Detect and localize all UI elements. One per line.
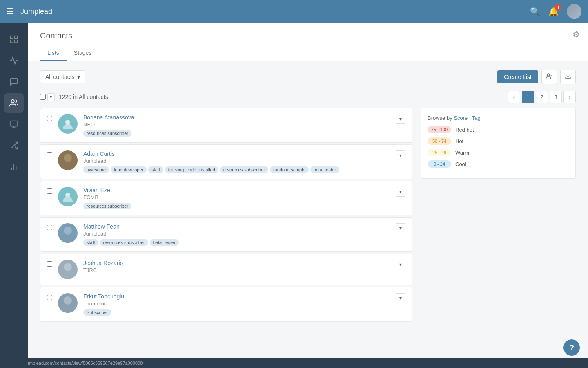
avatar-image <box>567 4 581 19</box>
score-badge-3[interactable]: 25 - 49 <box>428 149 451 156</box>
score-badge-1[interactable]: 75 - 100 <box>428 126 451 133</box>
score-label-3: Warm <box>455 150 469 156</box>
contact-avatar-2 <box>58 150 78 170</box>
sidebar-item-contacts[interactable] <box>4 93 24 113</box>
contact-company-6: Triometric <box>83 301 390 307</box>
list-header: ▾ 1220 in All contacts ‹ 1 2 3 › <box>40 91 576 103</box>
page-title: Contacts <box>40 31 576 40</box>
tag[interactable]: awesome <box>83 166 109 173</box>
score-label-1: Red hot <box>455 127 474 133</box>
contact-checkbox-4[interactable] <box>47 225 52 230</box>
contact-tags-3: resources subscriber <box>83 203 390 209</box>
contact-tags-6: Subscriber <box>83 309 390 316</box>
score-label-4: Cool <box>455 161 466 167</box>
select-all-wrap[interactable]: ▾ <box>40 93 55 101</box>
hamburger-icon[interactable]: ☰ <box>7 7 14 16</box>
contact-name-4[interactable]: Matthew Fean <box>83 223 390 230</box>
contact-menu-btn-6[interactable]: ▾ <box>396 293 405 303</box>
main-content: Contacts Lists Stages All contacts ▾ Cre… <box>28 23 588 368</box>
top-nav-right: 🔍 🔔 3 <box>530 4 581 19</box>
contact-row: Adam Curtis Jumplead awesome lead develo… <box>40 144 412 179</box>
contact-name-1[interactable]: Boriana Atanassova <box>83 114 390 121</box>
select-all-checkbox[interactable] <box>40 94 46 100</box>
contact-checkbox-2[interactable] <box>47 152 52 157</box>
sidebar-item-inbox[interactable] <box>4 72 24 92</box>
contact-name-3[interactable]: Vivian Eze <box>83 187 390 193</box>
tag[interactable]: Subscriber <box>83 309 111 316</box>
tab-lists[interactable]: Lists <box>40 45 67 61</box>
create-list-button[interactable]: Create List <box>497 70 538 83</box>
contact-menu-btn-2[interactable]: ▾ <box>396 150 405 160</box>
browse-score-link[interactable]: Score <box>454 115 468 121</box>
filter-dropdown[interactable]: All contacts ▾ <box>40 70 85 83</box>
contact-checkbox-1[interactable] <box>47 116 52 121</box>
tag[interactable]: beta_tester <box>310 166 339 173</box>
tab-stages[interactable]: Stages <box>67 45 99 61</box>
sidebar-item-automation[interactable] <box>4 136 24 155</box>
tag[interactable]: lead developer <box>111 166 147 173</box>
page-next-button[interactable]: › <box>564 91 576 103</box>
svg-point-25 <box>64 296 72 305</box>
notification-badge: 3 <box>555 4 561 11</box>
svg-point-19 <box>61 163 74 170</box>
tag[interactable]: tracking_code_installed <box>165 166 218 173</box>
tag[interactable]: random_sample <box>270 166 309 173</box>
settings-icon[interactable]: ⚙ <box>572 29 580 39</box>
export-button[interactable] <box>560 70 576 84</box>
svg-point-4 <box>11 100 14 103</box>
tag[interactable]: resources subscriber <box>220 166 268 173</box>
score-row-4: 0 - 24 Cool <box>428 160 569 168</box>
contact-menu-btn-5[interactable]: ▾ <box>396 260 405 269</box>
tabs: Lists Stages <box>40 45 576 61</box>
contact-checkbox-3[interactable] <box>47 188 52 194</box>
search-icon[interactable]: 🔍 <box>530 7 540 16</box>
tag[interactable]: resources subscriber <box>100 239 148 246</box>
page-prev-button[interactable]: ‹ <box>508 91 520 103</box>
list-header-left: ▾ 1220 in All contacts <box>40 93 108 101</box>
tag[interactable]: resources subscriber <box>83 130 131 137</box>
svg-point-24 <box>61 272 74 279</box>
sidebar-item-analytics[interactable] <box>4 51 24 70</box>
score-row-2: 50 - 74 Hot <box>428 137 569 145</box>
contact-name-2[interactable]: Adam Curtis <box>83 150 390 157</box>
contacts-list: Boriana Atanassova NEO resources subscri… <box>40 108 412 323</box>
tag[interactable]: beta_tester <box>150 239 179 246</box>
contact-menu-btn-4[interactable]: ▾ <box>396 223 405 233</box>
contact-menu-btn-3[interactable]: ▾ <box>396 187 405 197</box>
sidebar-item-monitor[interactable] <box>4 114 24 134</box>
contacts-import-button[interactable] <box>541 70 557 84</box>
app-title: Jumplead <box>20 7 52 16</box>
page-2-button[interactable]: 2 <box>536 91 548 103</box>
score-badge-4[interactable]: 0 - 24 <box>428 160 451 168</box>
sidebar-item-dashboard[interactable] <box>4 29 24 49</box>
user-avatar[interactable] <box>567 4 581 19</box>
contact-row: Joshua Rozario TJRC ▾ <box>40 254 412 285</box>
tag[interactable]: staff <box>148 166 163 173</box>
svg-point-22 <box>61 236 74 243</box>
svg-point-18 <box>64 154 72 162</box>
svg-point-26 <box>61 305 74 313</box>
help-button[interactable]: ? <box>564 339 580 356</box>
contact-checkbox-5[interactable] <box>47 261 52 267</box>
contact-name-5[interactable]: Joshua Rozario <box>83 260 390 266</box>
checkbox-dropdown-arrow[interactable]: ▾ <box>47 93 55 101</box>
toolbar-right: Create List <box>497 70 576 84</box>
content-area: All contacts ▾ Create List ▾ <box>28 61 588 332</box>
sidebar-item-reports[interactable] <box>4 157 24 177</box>
page-1-button[interactable]: 1 <box>522 91 534 103</box>
svg-point-13 <box>547 74 549 76</box>
tag[interactable]: resources subscriber <box>83 203 131 209</box>
contact-avatar-4 <box>58 223 78 243</box>
score-badge-2[interactable]: 50 - 74 <box>428 137 451 145</box>
notifications-icon[interactable]: 🔔 3 <box>548 7 559 16</box>
browse-tag-link[interactable]: Tag <box>472 115 481 121</box>
contact-name-6[interactable]: Erkut Topcuoglu <box>83 293 390 300</box>
status-bar: https://app.jumplead.com/contacts/view/5… <box>0 358 588 368</box>
contact-avatar-5 <box>58 260 78 279</box>
tag[interactable]: staff <box>83 239 98 246</box>
page-3-button[interactable]: 3 <box>550 91 562 103</box>
contact-checkbox-6[interactable] <box>47 295 52 300</box>
browse-by-panel: Browse by Score | Tag 75 - 100 Red hot 5… <box>421 108 576 179</box>
contact-info-5: Joshua Rozario TJRC <box>83 260 390 276</box>
contact-menu-btn-1[interactable]: ▾ <box>396 114 405 124</box>
